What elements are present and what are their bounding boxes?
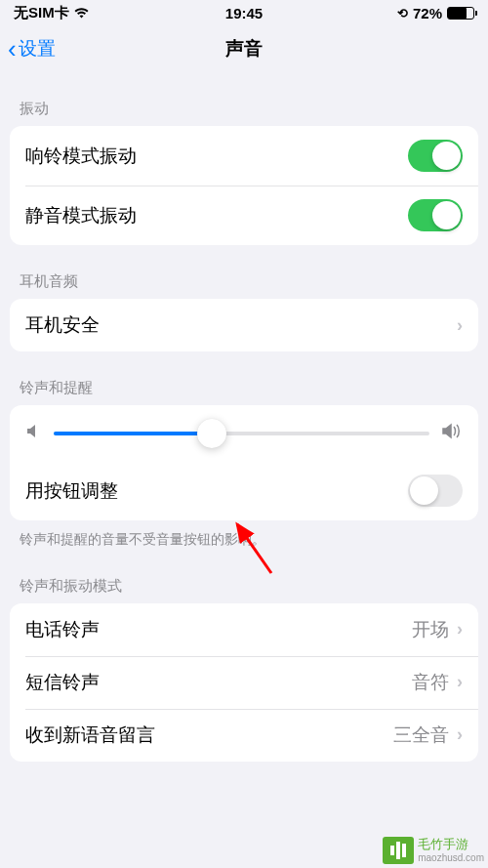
footer-ringer: 铃声和提醒的音量不受音量按钮的影响。 [0, 520, 488, 550]
row-voicemail[interactable]: 收到新语音留言 三全音 › [10, 709, 478, 762]
toggle-silent-vibrate[interactable] [408, 199, 463, 231]
row-silent-vibrate[interactable]: 静音模式振动 [10, 186, 478, 245]
toggle-ring-vibrate[interactable] [408, 140, 463, 172]
status-left: 无SIM卡 [14, 4, 90, 22]
orientation-lock-icon: ⟲ [397, 6, 408, 21]
toggle-knob [410, 476, 438, 505]
slider-fill [54, 432, 212, 435]
back-label: 设置 [19, 36, 56, 62]
chevron-right-icon: › [457, 724, 463, 745]
row-label: 响铃模式振动 [25, 144, 137, 169]
row-right: › [457, 315, 463, 336]
row-right: 音符 › [412, 670, 463, 695]
row-value: 音符 [412, 670, 449, 695]
row-label: 耳机安全 [25, 312, 100, 338]
row-texttone[interactable]: 短信铃声 音符 › [10, 656, 478, 709]
row-right: 三全音 › [393, 723, 463, 748]
watermark-url: maozhusd.com [418, 852, 484, 863]
row-headphone-safety[interactable]: 耳机安全 › [10, 299, 478, 351]
group-patterns: 电话铃声 开场 › 短信铃声 音符 › 收到新语音留言 三全音 › [10, 603, 478, 762]
status-bar: 无SIM卡 19:45 ⟲ 72% [0, 0, 488, 25]
battery-fill [448, 8, 467, 19]
chevron-right-icon: › [457, 672, 463, 692]
wifi-icon [73, 7, 90, 19]
group-ringer: 用按钮调整 [10, 405, 478, 520]
battery-icon [447, 7, 474, 20]
nav-bar: ‹ 设置 声音 [0, 25, 488, 72]
row-label: 收到新语音留言 [25, 723, 155, 748]
status-right: ⟲ 72% [397, 5, 474, 21]
row-right: 开场 › [412, 617, 463, 642]
content: 振动 响铃模式振动 静音模式振动 耳机音频 耳机安全 › 铃声和提醒 [0, 72, 488, 762]
watermark-text-block: 毛竹手游 maozhusd.com [418, 838, 484, 862]
row-label: 静音模式振动 [25, 203, 137, 228]
carrier-text: 无SIM卡 [14, 4, 69, 22]
speaker-low-icon [25, 423, 42, 443]
watermark-logo-icon [383, 837, 414, 864]
toggle-knob [432, 201, 461, 229]
watermark-name: 毛竹手游 [418, 838, 484, 851]
row-value: 开场 [412, 617, 449, 642]
section-header-patterns: 铃声和振动模式 [0, 550, 488, 603]
toggle-knob [432, 142, 461, 170]
status-time: 19:45 [225, 5, 263, 21]
row-label: 用按钮调整 [25, 478, 118, 504]
section-header-headphone: 耳机音频 [0, 245, 488, 299]
speaker-high-icon [441, 423, 463, 443]
battery-percent: 72% [413, 5, 442, 21]
row-label: 电话铃声 [25, 617, 100, 642]
row-ringtone[interactable]: 电话铃声 开场 › [10, 603, 478, 656]
group-headphone: 耳机安全 › [10, 299, 478, 351]
chevron-left-icon: ‹ [8, 36, 17, 62]
chevron-right-icon: › [457, 315, 463, 336]
row-label: 短信铃声 [25, 670, 100, 695]
chevron-right-icon: › [457, 619, 463, 640]
volume-slider[interactable] [54, 432, 429, 435]
row-button-adjust[interactable]: 用按钮调整 [10, 461, 478, 520]
page-title: 声音 [225, 36, 263, 62]
watermark: 毛竹手游 maozhusd.com [383, 837, 484, 864]
section-header-vibration: 振动 [0, 72, 488, 126]
row-volume-slider [10, 405, 478, 461]
group-vibration: 响铃模式振动 静音模式振动 [10, 126, 478, 245]
slider-thumb[interactable] [197, 419, 226, 448]
section-header-ringer: 铃声和提醒 [0, 351, 488, 405]
back-button[interactable]: ‹ 设置 [8, 36, 56, 62]
toggle-button-adjust[interactable] [408, 475, 463, 507]
row-ring-vibrate[interactable]: 响铃模式振动 [10, 126, 478, 186]
row-value: 三全音 [393, 723, 449, 748]
